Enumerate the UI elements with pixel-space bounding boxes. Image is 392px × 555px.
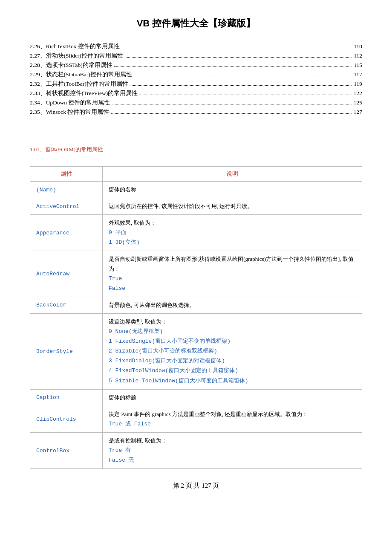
toc-label: 2.26、RichTextBox 控件的常用属性 xyxy=(30,43,120,50)
prop-desc-main: 决定 Paint 事件的 graphics 方法是重画整个对象, 还是重画新显示… xyxy=(109,411,308,417)
col-header-desc: 说明 xyxy=(103,167,362,182)
prop-desc-main: 设置边界类型, 取值为： xyxy=(109,318,167,325)
prop-desc-main: 窗体的标题 xyxy=(109,394,136,401)
prop-name-cell: ControlBox xyxy=(30,432,103,468)
prop-name-cell: AutoRedraw xyxy=(30,251,103,297)
properties-table: 属性 说明 (Name)窗体的名称ActiveControl返回焦点所在的控件,… xyxy=(30,166,362,469)
col-header-prop: 属性 xyxy=(30,167,103,182)
toc-dots xyxy=(112,104,352,104)
toc-page: 122 xyxy=(354,90,362,97)
prop-desc-line: False xyxy=(109,285,125,292)
toc-label: 2.35、Winsock 控件的常用属性 xyxy=(30,108,109,116)
section-heading: 1.01、窗体(FORM)的常用属性 xyxy=(30,146,362,153)
prop-desc-line: 1 3D(立体) xyxy=(109,239,140,246)
table-row: ControlBox是或有控制框, 取值为：True 有False 无 xyxy=(30,432,362,468)
prop-desc-cell: 窗体的名称 xyxy=(103,182,362,198)
toc-label: 2.29、状态栏(StatuaBar)控件的常用属性 xyxy=(30,71,132,78)
prop-desc-main: 窗体的名称 xyxy=(109,186,136,193)
prop-desc-line: 0 平面 xyxy=(109,229,127,236)
prop-desc-main: 是否自动刷新或重画窗体上所有图形[获得或设置从绘图(graphics)方法到一个… xyxy=(109,256,354,272)
table-row: Appearance外观效果, 取值为：0 平面1 3D(立体) xyxy=(30,215,362,251)
toc-page: 127 xyxy=(354,109,362,116)
toc-label: 2.32、工具栏(ToolBar)控件的常用属性 xyxy=(30,80,128,88)
toc-dots xyxy=(139,95,352,95)
toc-page: 115 xyxy=(354,62,362,69)
toc-dots xyxy=(114,66,352,67)
toc-label: 2.34、UpDown 控件的常用属性 xyxy=(30,99,110,107)
prop-desc-line: True xyxy=(109,275,122,282)
prop-name-cell: ClipControls xyxy=(30,406,103,432)
table-row: ActiveControl返回焦点所在的控件, 该属性设计阶段不可用, 运行时只… xyxy=(30,198,362,215)
toc-label: 2.33、树状视图控件(TreeView)的常用属性 xyxy=(30,90,138,97)
toc-list: 2.26、RichTextBox 控件的常用属性 110 2.27、滑动块(Sl… xyxy=(30,43,362,116)
prop-name-cell: BackColor xyxy=(30,297,103,313)
toc-dots xyxy=(130,85,352,86)
prop-desc-main: 是或有控制框, 取值为： xyxy=(109,437,167,444)
table-row: AutoRedraw是否自动刷新或重画窗体上所有图形[获得或设置从绘图(grap… xyxy=(30,251,362,297)
prop-desc-line: 2 Sizable(窗口大小可变的标准双线框架) xyxy=(109,348,217,354)
toc-page: 110 xyxy=(354,43,362,50)
prop-desc-cell: 外观效果, 取值为：0 平面1 3D(立体) xyxy=(103,215,362,251)
prop-desc-line: True 或 False xyxy=(109,421,151,427)
prop-desc-line: True 有 xyxy=(109,447,131,454)
prop-desc-main: 背景颜色, 可从弹出的调色板选择。 xyxy=(109,302,195,308)
toc-item: 2.27、滑动块(Slider)控件的常用属性 112 xyxy=(30,52,362,60)
toc-dots xyxy=(125,57,352,58)
toc-dots xyxy=(134,76,352,76)
toc-item: 2.32、工具栏(ToolBar)控件的常用属性 119 xyxy=(30,80,362,88)
prop-desc-line: 4 FixedToolWindow(窗口大小固定的工具箱窗体) xyxy=(109,367,238,374)
prop-name-cell: (Name) xyxy=(30,182,103,198)
page-footer: 第 2 页 共 127 页 xyxy=(30,482,362,490)
toc-item: 2.29、状态栏(StatuaBar)控件的常用属性 117 xyxy=(30,71,362,78)
table-row: BackColor背景颜色, 可从弹出的调色板选择。 xyxy=(30,297,362,313)
prop-name-cell: ActiveControl xyxy=(30,198,103,215)
prop-name-cell: BorderStyle xyxy=(30,313,103,389)
prop-desc-line: 1 FixedSingle(窗口大小固定不变的单线框架) xyxy=(109,338,231,344)
prop-desc-cell: 返回焦点所在的控件, 该属性设计阶段不可用, 运行时只读。 xyxy=(103,198,362,215)
prop-desc-main: 返回焦点所在的控件, 该属性设计阶段不可用, 运行时只读。 xyxy=(109,203,253,209)
prop-desc-cell: 决定 Paint 事件的 graphics 方法是重画整个对象, 还是重画新显示… xyxy=(103,406,362,432)
toc-page: 125 xyxy=(354,99,362,106)
toc-dots xyxy=(121,48,352,48)
prop-desc-cell: 背景颜色, 可从弹出的调色板选择。 xyxy=(103,297,362,313)
prop-name-cell: Appearance xyxy=(30,215,103,251)
prop-name-cell: Caption xyxy=(30,389,103,406)
toc-item: 2.34、UpDown 控件的常用属性 125 xyxy=(30,99,362,107)
prop-desc-cell: 设置边界类型, 取值为：0 None(无边界框架)1 FixedSingle(窗… xyxy=(103,313,362,389)
toc-page: 117 xyxy=(354,71,362,78)
toc-item: 2.35、Winsock 控件的常用属性 127 xyxy=(30,108,362,116)
table-row: Caption窗体的标题 xyxy=(30,389,362,406)
prop-desc-cell: 是或有控制框, 取值为：True 有False 无 xyxy=(103,432,362,468)
prop-desc-line: 3 FixedDialog(窗口大小固定的对话框窗体) xyxy=(109,358,225,364)
prop-desc-cell: 是否自动刷新或重画窗体上所有图形[获得或设置从绘图(graphics)方法到一个… xyxy=(103,251,362,297)
toc-label: 2.27、滑动块(Slider)控件的常用属性 xyxy=(30,52,123,60)
toc-label: 2.28、选项卡(SSTab)的常用属性 xyxy=(30,61,112,69)
toc-item: 2.28、选项卡(SSTab)的常用属性 115 xyxy=(30,61,362,69)
toc-item: 2.26、RichTextBox 控件的常用属性 110 xyxy=(30,43,362,50)
toc-item: 2.33、树状视图控件(TreeView)的常用属性 122 xyxy=(30,90,362,97)
toc-page: 112 xyxy=(354,52,362,59)
toc-dots xyxy=(111,113,352,114)
toc-page: 119 xyxy=(354,81,362,87)
table-row: (Name)窗体的名称 xyxy=(30,182,362,198)
prop-desc-line: 0 None(无边界框架) xyxy=(109,328,163,335)
prop-desc-line: 5 Sizable ToolWindow(窗口大小可变的工具箱窗体) xyxy=(109,378,248,384)
page-title: VB 控件属性大全【珍藏版】 xyxy=(30,17,362,30)
prop-desc-cell: 窗体的标题 xyxy=(103,389,362,406)
prop-desc-main: 外观效果, 取值为： xyxy=(109,220,156,226)
prop-desc-line: False 无 xyxy=(109,457,134,463)
table-row: ClipControls决定 Paint 事件的 graphics 方法是重画整… xyxy=(30,406,362,432)
table-row: BorderStyle设置边界类型, 取值为：0 None(无边界框架)1 Fi… xyxy=(30,313,362,389)
